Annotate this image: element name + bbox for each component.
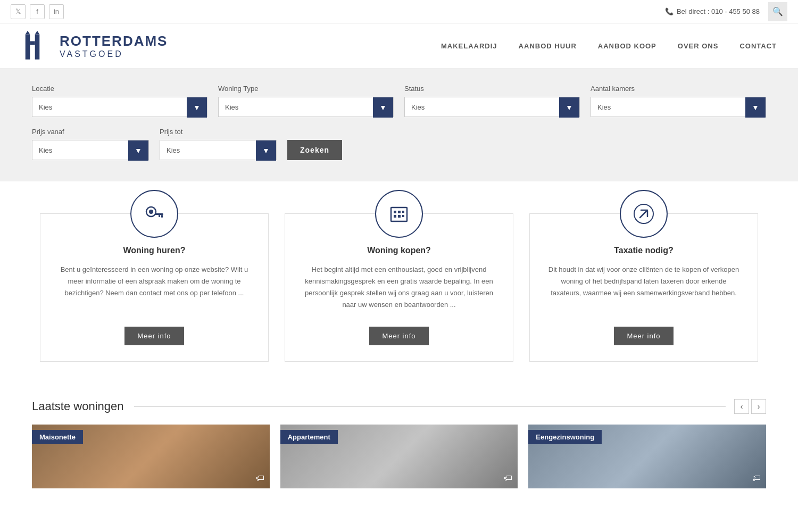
huren-text: Bent u geïnteresseerd in een woning op o… (56, 264, 252, 299)
status-value: Kies (405, 97, 559, 117)
svg-rect-12 (398, 211, 401, 213)
nav-over-ons[interactable]: OVER ONS (678, 42, 719, 50)
property-badge-1: Maisonette (32, 430, 83, 444)
aantal-kamers-select[interactable]: Kies ▼ (591, 97, 766, 117)
prijs-vanaf-select[interactable]: Kies ▼ (32, 140, 149, 160)
svg-rect-11 (394, 211, 396, 213)
svg-rect-0 (26, 35, 30, 60)
svg-rect-4 (30, 41, 35, 45)
logo: ROTTERDAMS VASTGOED (21, 30, 168, 62)
laatste-header: Laatste woningen ‹ › (32, 399, 766, 414)
search-row-1: Locatie Kies ▼ Woning Type Kies ▼ Status… (32, 85, 766, 117)
huren-icon-circle (130, 190, 178, 238)
taxatie-text: Dit houdt in dat wij voor onze cliënten … (546, 264, 742, 299)
property-card-3[interactable]: Eengezinswoning 🏷 (528, 425, 766, 488)
locatie-label: Locatie (32, 85, 207, 93)
search-row-2: Prijs vanaf Kies ▼ Prijs tot Kies ▼ Zoek… (32, 128, 766, 160)
prijs-tot-arrow[interactable]: ▼ (256, 140, 276, 161)
phone-icon: 📞 (665, 7, 674, 15)
property-badge-2: Appartement (280, 430, 338, 444)
woning-type-label: Woning Type (218, 85, 394, 93)
property-row: Maisonette 🏷 Appartement 🏷 Eengezinswoni… (32, 425, 766, 488)
facebook-icon[interactable]: f (30, 4, 45, 19)
svg-rect-1 (35, 35, 40, 60)
prijs-tot-label: Prijs tot (160, 128, 277, 136)
arrow-up-right-icon (633, 203, 654, 225)
phone-number: Bel direct : 010 - 455 50 88 (677, 7, 760, 15)
prijs-tot-field: Prijs tot Kies ▼ (160, 128, 277, 160)
nav-makelaardij[interactable]: MAKELAARDIJ (441, 42, 497, 50)
key-icon (144, 203, 165, 225)
svg-rect-16 (402, 211, 404, 213)
aantal-kamers-label: Aantal kamers (591, 85, 766, 93)
nav-arrows: ‹ › (734, 399, 766, 414)
logo-icon (21, 30, 53, 62)
prijs-vanaf-arrow[interactable]: ▼ (128, 140, 148, 161)
linkedin-icon[interactable]: in (49, 4, 64, 19)
prijs-tot-value: Kies (160, 140, 256, 160)
twitter-icon[interactable]: 𝕏 (11, 4, 26, 19)
svg-rect-9 (159, 215, 160, 217)
search-button[interactable]: 🔍 (768, 2, 787, 21)
card-kopen: Woning kopen? Het begint altijd met een … (285, 213, 513, 362)
prijs-vanaf-label: Prijs vanaf (32, 128, 149, 136)
kopen-icon-circle (375, 190, 423, 238)
social-icons: 𝕏 f in (11, 4, 64, 19)
woning-type-select[interactable]: Kies ▼ (218, 97, 394, 117)
svg-rect-14 (394, 215, 396, 218)
property-tag-icon-1: 🏷 (256, 473, 264, 483)
card-huren: Woning huren? Bent u geïnteresseerd in e… (40, 213, 269, 362)
huren-meer-info[interactable]: Meer info (124, 327, 184, 345)
nav-aanbod-huur[interactable]: AANBOD HUUR (519, 42, 577, 50)
prijs-vanaf-value: Kies (32, 140, 128, 160)
cards-section: Woning huren? Bent u geïnteresseerd in e… (0, 181, 798, 383)
prev-arrow[interactable]: ‹ (734, 399, 749, 414)
zoeken-button[interactable]: Zoeken (287, 140, 342, 160)
prijs-vanaf-field: Prijs vanaf Kies ▼ (32, 128, 149, 160)
woning-type-value: Kies (219, 97, 373, 117)
logo-text: ROTTERDAMS VASTGOED (60, 33, 168, 59)
property-tag-icon-2: 🏷 (504, 473, 512, 483)
property-card-1[interactable]: Maisonette 🏷 (32, 425, 270, 488)
next-arrow[interactable]: › (751, 399, 766, 414)
property-img-2: Appartement 🏷 (280, 425, 518, 488)
laatste-woningen-section: Laatste woningen ‹ › Maisonette 🏷 Appart… (0, 383, 798, 499)
woning-type-arrow[interactable]: ▼ (373, 97, 393, 118)
property-img-3: Eengezinswoning 🏷 (528, 425, 766, 488)
aantal-kamers-arrow[interactable]: ▼ (745, 97, 766, 118)
brand-name: ROTTERDAMS (60, 33, 168, 49)
kopen-title: Woning kopen? (367, 246, 431, 255)
status-select[interactable]: Kies ▼ (404, 97, 580, 117)
nav-aanbod-koop[interactable]: AANBOD KOOP (598, 42, 656, 50)
svg-rect-8 (161, 215, 163, 218)
taxatie-meer-info[interactable]: Meer info (614, 327, 673, 345)
search-section: Locatie Kies ▼ Woning Type Kies ▼ Status… (0, 69, 798, 181)
property-tag-icon-3: 🏷 (752, 473, 761, 483)
taxatie-title: Taxatie nodig? (614, 246, 674, 255)
svg-rect-15 (398, 215, 401, 218)
building-icon (388, 203, 410, 225)
property-img-1: Maisonette 🏷 (32, 425, 270, 488)
status-arrow[interactable]: ▼ (559, 97, 579, 118)
kopen-text: Het begint altijd met een enthousiast, g… (301, 264, 497, 311)
top-bar-right: 📞 Bel direct : 010 - 455 50 88 🔍 (665, 2, 787, 21)
status-label: Status (404, 85, 580, 93)
svg-rect-10 (391, 207, 407, 221)
header: ROTTERDAMS VASTGOED MAKELAARDIJ AANBOD H… (0, 23, 798, 69)
svg-marker-2 (26, 31, 30, 35)
locatie-arrow[interactable]: ▼ (187, 97, 207, 118)
svg-rect-7 (155, 213, 163, 215)
nav-contact[interactable]: CONTACT (739, 42, 777, 50)
svg-point-6 (149, 210, 153, 214)
property-card-2[interactable]: Appartement 🏷 (280, 425, 518, 488)
svg-rect-17 (402, 215, 404, 217)
taxatie-icon-circle (620, 190, 668, 238)
locatie-value: Kies (32, 97, 187, 117)
prijs-tot-select[interactable]: Kies ▼ (160, 140, 277, 160)
status-field: Status Kies ▼ (404, 85, 580, 117)
phone-text: 📞 Bel direct : 010 - 455 50 88 (665, 7, 760, 15)
locatie-select[interactable]: Kies ▼ (32, 97, 207, 117)
cards-row: Woning huren? Bent u geïnteresseerd in e… (32, 213, 766, 362)
card-taxatie: Taxatie nodig? Dit houdt in dat wij voor… (529, 213, 758, 362)
kopen-meer-info[interactable]: Meer info (369, 327, 428, 345)
